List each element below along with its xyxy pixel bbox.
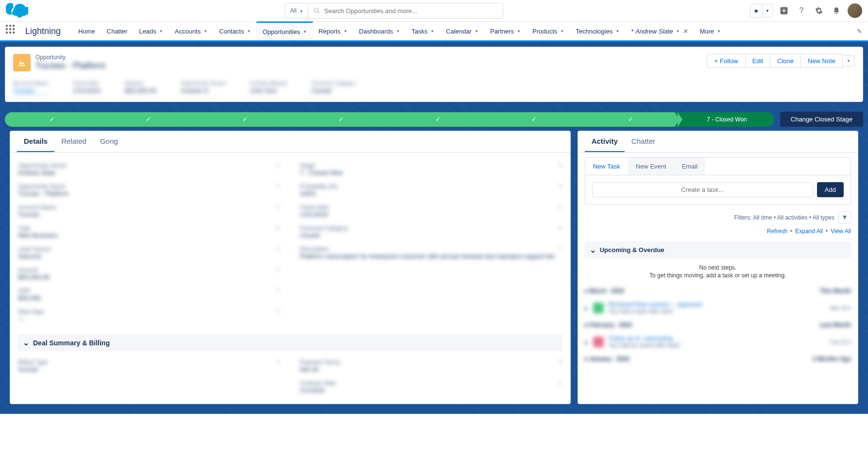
caret-down-icon[interactable] (343, 29, 347, 34)
path-step-closed-won[interactable]: 7 - Closed Won (680, 112, 774, 127)
edit-pencil-icon[interactable]: ✎ (558, 183, 562, 189)
refresh-link[interactable]: Refresh (767, 228, 787, 235)
view-all-link[interactable]: View All (831, 228, 851, 235)
expand-all-link[interactable]: Expand All (795, 228, 823, 235)
nav-calendar[interactable]: Calendar (440, 22, 484, 40)
path-step-4[interactable] (294, 112, 388, 127)
path-step-7[interactable] (583, 112, 678, 127)
caret-down-icon[interactable] (475, 29, 478, 34)
field-value[interactable]: Tucows (13, 87, 48, 95)
edit-pencil-icon[interactable]: ✎ (276, 225, 280, 231)
tab-related[interactable]: Related (54, 131, 93, 152)
section-deal-summary[interactable]: Deal Summary & Billing (18, 334, 562, 351)
nav-leads[interactable]: Leads (133, 22, 169, 40)
edit-pencil-icon[interactable]: ✎ (558, 225, 562, 231)
nav-pinned-tab[interactable]: *Andrew Slate✕ (625, 22, 694, 40)
timeline-item[interactable]: ▸Follow up re: onboardingYou had an even… (585, 331, 851, 353)
edit-pencil-icon[interactable]: ✎ (558, 359, 562, 365)
edit-button[interactable]: Edit (746, 54, 770, 68)
path-step-1[interactable] (5, 112, 99, 127)
subtab-new-event[interactable]: New Event (628, 158, 674, 175)
timeline-month-header[interactable]: ▸ February · 2024Last Month (585, 319, 851, 331)
edit-pencil-icon[interactable]: ✎ (276, 288, 280, 294)
timeline-month-header[interactable]: ▸ January · 20242 Months Ago (585, 353, 851, 365)
caret-down-icon[interactable] (247, 29, 251, 34)
follow-button[interactable]: Follow (707, 54, 745, 68)
nav-contacts[interactable]: Contacts (213, 22, 256, 40)
caret-down-icon[interactable] (560, 29, 564, 34)
nav-home[interactable]: Home (72, 22, 101, 40)
field-value: Andrew Slate (18, 169, 67, 176)
nav-tasks[interactable]: Tasks (406, 22, 440, 40)
edit-pencil-icon[interactable]: ✎ (276, 162, 280, 169)
favorites-button[interactable]: ★ (750, 4, 773, 17)
search-input[interactable] (324, 7, 498, 15)
edit-pencil-icon[interactable]: ✎ (276, 204, 280, 210)
caret-down-icon[interactable] (676, 29, 680, 34)
edit-pencil-icon[interactable]: ✎ (276, 246, 280, 252)
caret-down-icon[interactable] (159, 29, 163, 34)
nav-label: Leads (139, 28, 156, 35)
edit-pencil-icon[interactable]: ✎ (276, 308, 280, 315)
edit-pencil-icon[interactable]: ✎ (276, 267, 280, 273)
app-launcher-icon[interactable] (6, 25, 18, 37)
expand-icon[interactable]: ▸ (585, 305, 588, 312)
nav-opportunities[interactable]: Opportunities (256, 21, 312, 40)
caret-down-icon[interactable] (396, 29, 400, 34)
detail-field: Next Step—✎ (18, 307, 280, 324)
nav-more[interactable]: More (694, 22, 727, 40)
nav-dashboards[interactable]: Dashboards (353, 22, 406, 40)
edit-pencil-icon[interactable]: ✎ (558, 380, 562, 386)
upcoming-overdue-header[interactable]: Upcoming & Overdue (585, 241, 851, 258)
edit-pencil-icon[interactable]: ✎ (558, 162, 562, 169)
user-avatar[interactable] (848, 3, 862, 18)
filter-icon[interactable] (838, 211, 851, 224)
tab-gong[interactable]: Gong (93, 131, 125, 152)
create-task-input[interactable] (592, 182, 813, 197)
tab-activity[interactable]: Activity (585, 131, 625, 152)
timeline-item[interactable]: ▸Reviewed final contract — approvedYou h… (585, 297, 851, 319)
edit-pencil-icon[interactable]: ✎ (276, 183, 280, 189)
caret-down-icon[interactable] (204, 29, 207, 34)
caret-down-icon[interactable] (517, 29, 521, 34)
path-step-6[interactable] (487, 112, 581, 127)
nav-products[interactable]: Products (527, 22, 570, 40)
path-step-2[interactable] (101, 112, 195, 127)
path-step-3[interactable] (198, 112, 292, 127)
expand-icon[interactable]: ▸ (585, 339, 588, 346)
change-stage-button[interactable]: Change Closed Stage (780, 112, 863, 127)
add-task-button[interactable]: Add (817, 182, 844, 197)
tab-chatter[interactable]: Chatter (625, 131, 662, 152)
add-icon[interactable] (778, 4, 790, 17)
edit-nav-pencil-icon[interactable]: ✎ (857, 28, 862, 35)
new-note-button[interactable]: New Note (801, 54, 843, 68)
nav-accounts[interactable]: Accounts (169, 22, 213, 40)
caret-down-icon[interactable] (303, 29, 307, 34)
caret-down-icon[interactable] (430, 29, 434, 34)
edit-pencil-icon[interactable]: ✎ (558, 246, 562, 252)
caret-down-icon[interactable] (615, 29, 619, 34)
caret-down-icon (299, 7, 303, 14)
clone-button[interactable]: Clone (770, 54, 801, 68)
subtab-new-task[interactable]: New Task (585, 158, 628, 175)
search-scope-selector[interactable]: All (285, 3, 308, 18)
field-label: ARR (18, 288, 41, 294)
nav-partners[interactable]: Partners (484, 22, 527, 40)
edit-pencil-icon[interactable]: ✎ (276, 359, 280, 365)
path-step-5[interactable] (391, 112, 485, 127)
timeline-month-header[interactable]: ▸ March · 2024This Month (585, 285, 851, 297)
nav-technologies[interactable]: Technologies (570, 22, 625, 40)
notifications-bell-icon[interactable] (830, 4, 843, 17)
field-value: John Doe (250, 87, 287, 94)
nav-reports[interactable]: Reports (313, 22, 353, 40)
nav-chatter[interactable]: Chatter (101, 22, 134, 40)
help-icon[interactable]: ? (795, 4, 808, 17)
edit-pencil-icon[interactable]: ✎ (558, 204, 562, 210)
caret-down-icon[interactable] (717, 29, 721, 34)
subtab-email[interactable]: Email (674, 158, 706, 175)
setup-gear-icon[interactable] (813, 4, 825, 17)
salesforce-logo[interactable] (6, 3, 28, 18)
more-actions-button[interactable] (843, 55, 855, 67)
tab-details[interactable]: Details (17, 131, 54, 152)
close-icon[interactable]: ✕ (682, 28, 688, 35)
